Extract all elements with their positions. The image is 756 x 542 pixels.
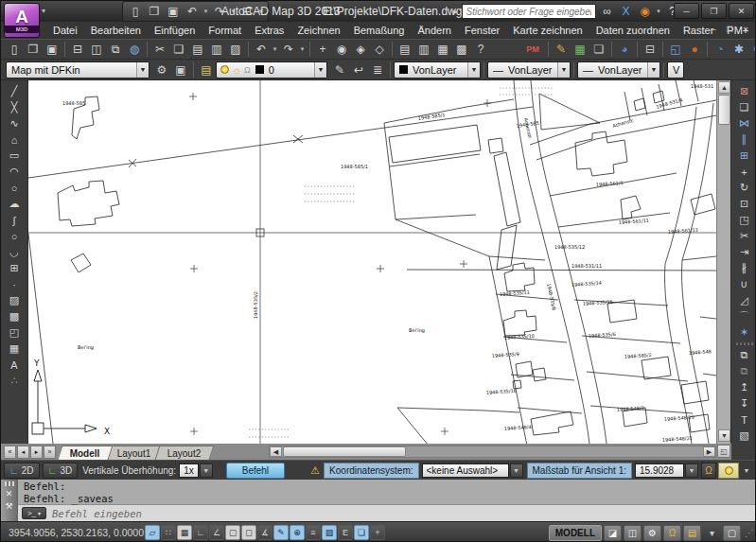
tool-palettes-icon[interactable]: ▥ [414,41,433,59]
lineweight-combo-arrow-icon[interactable]: ▼ [647,62,659,78]
menu-einfuegen[interactable]: Einfügen [148,22,202,39]
workspace-display-icon[interactable]: ▣ [171,61,190,79]
send-under-objects-icon[interactable]: ↧ [734,395,755,411]
settings-gear-icon[interactable]: ⚙ [748,41,756,59]
send-to-back-icon[interactable]: ⧉ [734,363,755,379]
scroll-up-icon[interactable]: ▲ [718,81,730,94]
grid-toggle[interactable]: ▦ [177,525,192,540]
chamfer-icon[interactable]: ◿ [734,292,755,308]
quick-view-layouts-icon[interactable]: ◫ [624,525,642,541]
sign-in-dropdown-icon[interactable]: ▾ [655,3,663,21]
clean-screen-icon[interactable]: ▢ [723,525,741,541]
copy-clip-icon[interactable]: ❏ [169,41,188,59]
scale-icon[interactable]: ⊡ [734,196,755,212]
spline-icon[interactable]: ∫ [4,212,25,228]
new-file-icon[interactable]: ▯ [5,41,24,59]
explode-icon[interactable]: ✶ [734,324,755,341]
quick-properties-toggle[interactable]: E [338,525,353,540]
tab-modell[interactable]: Modell [58,446,114,460]
join-icon[interactable]: ∪ [734,276,755,292]
status-menu-lamp-icon[interactable]: ▤ [683,525,701,541]
coordinate-readout[interactable]: 3954.9056, 2530.2163, 0.0000 [9,527,139,538]
extend-icon[interactable]: ⇥ [734,244,755,260]
layer-combo[interactable]: ☼ Ω 0 ▼ [216,61,327,79]
maximize-button[interactable]: ❐ [701,3,727,19]
quickcalc-icon[interactable]: ▩ [452,41,471,59]
layer-on-bulb-icon[interactable] [220,65,229,74]
linetype-combo[interactable]: — VonLayer ▼ [487,61,571,79]
layer-freeze-sun-icon[interactable]: ☼ [232,64,241,76]
menu-format[interactable]: Format [202,22,248,39]
scroll-right-icon[interactable]: ▶ [703,446,715,457]
lineweight-toggle[interactable]: ≡ [306,525,321,540]
plotstyle-combo-partial[interactable]: V [667,61,684,79]
mtext-icon[interactable]: A [4,357,25,373]
workspace-combo[interactable]: Map mit DFKin ▼ [6,61,149,79]
qnew-icon[interactable]: ▯ [126,3,145,21]
ellipse-arc-icon[interactable]: ◡ [4,244,25,260]
ortho-toggle[interactable]: ∟ [193,525,208,540]
color-combo[interactable]: VonLayer ▼ [394,61,481,79]
toolbar-undo-icon[interactable]: ↶ [252,41,271,59]
befehl-button[interactable]: Befehl [226,463,285,479]
model-space-button[interactable]: MODELL [549,525,602,541]
bring-to-front-icon[interactable]: ⧉ [734,347,755,363]
view-3d-button[interactable]: ∟ 3D [43,463,79,479]
map-copy-icon[interactable]: ❏ [589,41,608,59]
map-image-icon[interactable]: ▦ [571,41,589,59]
layer-combo-arrow-icon[interactable]: ▼ [314,62,326,78]
menu-zeichnen[interactable]: Zeichnen [290,22,346,39]
break-icon[interactable]: ∦ [734,260,755,276]
menu-daten-zuordnen[interactable]: Daten zuordnen [589,22,677,39]
horizontal-scrollbar[interactable]: ◀ ▶ [269,446,716,458]
save-file-icon[interactable]: ▣ [43,41,62,59]
polyline-icon[interactable]: ∿ [4,115,25,131]
application-menu-button[interactable]: A M3D [4,3,40,38]
trim-icon[interactable]: ✂ [734,228,755,244]
command-history[interactable]: Befehl: Befehl: _saveas [18,480,756,505]
copy-icon[interactable]: ❏ [734,99,755,115]
exchange-apps-icon[interactable]: X [617,3,636,21]
tab-layout2[interactable]: Layout2 [155,446,214,460]
point-style-icon[interactable]: ∴ [4,373,25,389]
viewport-lock-icon[interactable]: Ω [701,463,716,479]
scale-dropdown-icon[interactable]: ▼ [685,463,698,478]
erase-icon[interactable]: ⊠ [734,83,755,99]
euro-tool-icon[interactable]: ◔ [711,41,730,59]
cut-icon[interactable]: ✂ [150,41,169,59]
pan-icon[interactable]: + [313,41,332,59]
hatch-to-back-icon[interactable]: ▧ [734,428,755,444]
toolbar-grip[interactable] [736,342,753,345]
table-icon[interactable]: ▦ [4,341,25,357]
search-input[interactable] [462,4,596,19]
ve-dropdown-icon[interactable]: ▼ [200,463,213,478]
binoculars-search-icon[interactable]: ∞ [598,3,617,21]
coord-dropdown-icon[interactable]: ▼ [510,463,523,478]
plot-icon[interactable]: ⊟ [68,41,87,59]
layer-properties-icon[interactable]: ▤ [197,61,216,79]
menu-extras[interactable]: Extras [248,22,290,39]
map-options-icon[interactable]: ✱ [730,41,748,59]
undo-dropdown-icon[interactable]: ▾ [202,3,210,21]
horizontal-scroll-thumb[interactable] [283,446,406,457]
polygon-icon[interactable]: ⌂ [4,131,25,148]
polar-toggle[interactable]: ∠ [209,525,224,540]
child-minimize-button[interactable]: ─ [706,23,721,36]
workspace-gear-icon[interactable]: ⚙ [643,525,661,541]
map-plot-icon[interactable]: ⊟ [641,41,659,59]
layer-lock-icon[interactable]: Ω [244,65,251,75]
lineweight-combo[interactable]: — VonLayer ▼ [577,61,660,79]
zoom-previous-icon[interactable]: ◇ [370,41,389,59]
scroll-left-icon[interactable]: ◀ [270,446,282,457]
statusbar-lock-icon[interactable]: Ω [663,525,681,541]
minimize-button[interactable]: ─ [674,3,699,19]
stretch-icon[interactable]: ◳ [734,212,755,228]
insert-block-icon[interactable]: ⊞ [4,260,25,276]
arc-icon[interactable]: ◠ [4,164,25,180]
record-icon[interactable]: ● [685,41,704,59]
viewport-control-icon[interactable]: ◱ [717,445,730,458]
undo-icon[interactable]: ↶ [183,3,202,21]
region-icon[interactable]: ◰ [4,324,25,341]
help-question-icon[interactable]: ? [471,41,490,59]
annotation-monitor-toggle[interactable]: + [370,525,385,540]
